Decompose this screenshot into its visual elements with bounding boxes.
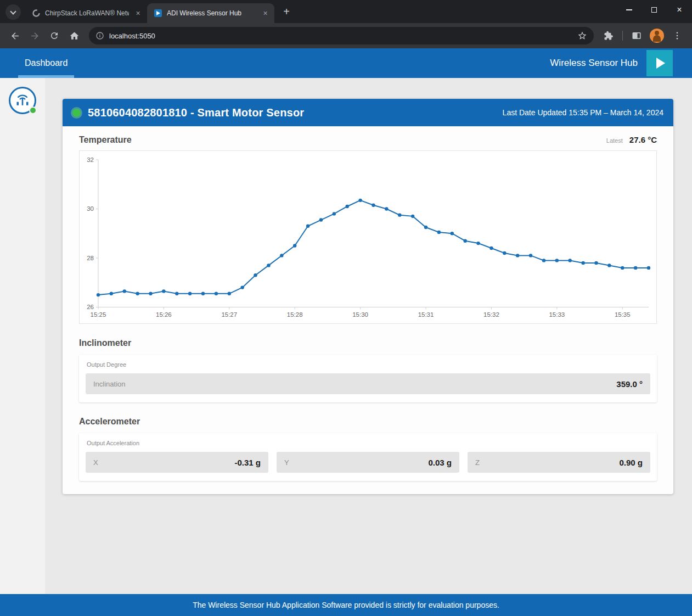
- address-bar[interactable]: localhost:5050: [89, 27, 594, 44]
- status-dot: [29, 107, 37, 114]
- browser-menu-button[interactable]: [668, 26, 687, 45]
- temperature-chart-container: 2628303215:2515:2615:2715:2815:3015:3115…: [79, 150, 657, 324]
- chevron-down-icon: [10, 8, 16, 14]
- svg-text:15:30: 15:30: [352, 311, 368, 318]
- close-icon[interactable]: ×: [261, 9, 270, 18]
- sensor-card-header: 5810604082801810 - Smart Motor Sensor La…: [63, 99, 673, 126]
- minimize-button[interactable]: [616, 0, 642, 20]
- tab-title: ChirpStack LoRaWAN® Networ: [45, 9, 129, 17]
- svg-text:32: 32: [87, 156, 94, 163]
- accel-x-value: -0.31 g: [234, 458, 261, 467]
- last-updated-text: Last Date Updated 15:35 PM – March 14, 2…: [503, 108, 663, 117]
- accel-y-value: 0.03 g: [428, 458, 452, 467]
- arrow-right-icon: [30, 31, 40, 41]
- profile-avatar[interactable]: [650, 29, 664, 43]
- maximize-button[interactable]: [642, 0, 667, 20]
- dashboard-active-indicator: [18, 75, 74, 78]
- latest-label: Latest: [606, 137, 623, 144]
- browser-window: ChirpStack LoRaWAN® Networ × ADI Wireles…: [0, 0, 692, 616]
- side-panel-button[interactable]: [627, 26, 646, 45]
- output-acceleration-label: Output Acceleration: [87, 440, 650, 446]
- accel-z-field: Z 0.90 g: [468, 452, 650, 473]
- accel-y-label: Y: [284, 458, 289, 467]
- latest-temperature-value: 27.6 °C: [629, 135, 657, 144]
- svg-text:15:25: 15:25: [91, 311, 106, 318]
- window-controls: ×: [616, 0, 692, 20]
- home-icon: [69, 31, 80, 41]
- chirpstack-favicon-icon: [32, 9, 41, 18]
- tab-strip: ChirpStack LoRaWAN® Networ × ADI Wireles…: [0, 0, 692, 23]
- svg-text:15:31: 15:31: [418, 311, 434, 318]
- sensor-card-body: Temperature Latest 27.6 °C 2628303215:25…: [63, 126, 673, 494]
- svg-text:15:27: 15:27: [221, 311, 237, 318]
- back-button[interactable]: [5, 26, 24, 45]
- svg-text:28: 28: [87, 255, 94, 261]
- temperature-section: Temperature Latest 27.6 °C 2628303215:25…: [79, 135, 657, 324]
- browser-toolbar: localhost:5050: [0, 23, 692, 48]
- refresh-icon: [49, 31, 59, 41]
- toolbar-divider: [622, 31, 623, 41]
- svg-text:15:35: 15:35: [615, 311, 631, 318]
- inclination-value: 359.0 °: [616, 379, 643, 389]
- app-title: Wireless Sensor Hub: [550, 58, 638, 69]
- arrow-left-icon: [10, 31, 20, 41]
- side-panel-icon: [632, 31, 642, 41]
- svg-text:26: 26: [87, 304, 94, 310]
- accel-x-label: X: [93, 458, 98, 467]
- minimize-icon: [626, 9, 632, 10]
- app-navbar: Dashboard Wireless Sensor Hub: [0, 48, 692, 78]
- tab-search-button[interactable]: [5, 4, 21, 20]
- inclination-label: Inclination: [93, 380, 126, 388]
- temperature-heading: Temperature: [79, 135, 132, 145]
- maximize-icon: [651, 7, 657, 13]
- close-icon: ×: [677, 5, 682, 14]
- inclinometer-section: Inclinometer Output Degree Inclination 3…: [79, 338, 657, 402]
- svg-text:15:33: 15:33: [549, 311, 565, 318]
- sidebar: [0, 78, 45, 594]
- main-panel: 5810604082801810 - Smart Motor Sensor La…: [45, 78, 692, 594]
- play-icon: [656, 58, 665, 69]
- tab-title: ADI Wireless Sensor Hub: [167, 9, 256, 17]
- adi-logo: [9, 87, 36, 114]
- output-degree-label: Output Degree: [87, 361, 650, 368]
- accelerometer-section: Accelerometer Output Acceleration X -0.3…: [79, 417, 657, 481]
- accel-z-label: Z: [475, 458, 480, 467]
- close-icon[interactable]: ×: [133, 9, 143, 18]
- new-tab-button[interactable]: +: [279, 4, 294, 19]
- svg-text:15:28: 15:28: [287, 311, 303, 318]
- temperature-line-chart: 2628303215:2515:2615:2715:2815:3015:3115…: [80, 151, 656, 323]
- online-status-icon: [72, 109, 81, 117]
- sensor-title: 5810604082801810 - Smart Motor Sensor: [88, 107, 304, 119]
- reload-button[interactable]: [45, 26, 64, 45]
- extensions-button[interactable]: [599, 26, 618, 45]
- evaluation-footer: The Wireless Sensor Hub Application Soft…: [0, 594, 692, 616]
- dashboard-label: Dashboard: [25, 58, 67, 68]
- svg-text:30: 30: [87, 205, 94, 212]
- tab-adi-wireless-sensor-hub[interactable]: ADI Wireless Sensor Hub ×: [147, 3, 274, 23]
- puzzle-icon: [604, 31, 614, 41]
- tab-chirpstack[interactable]: ChirpStack LoRaWAN® Networ ×: [25, 3, 147, 23]
- accelerometer-heading: Accelerometer: [79, 417, 140, 427]
- svg-text:15:32: 15:32: [483, 311, 499, 318]
- nav-tab-dashboard[interactable]: Dashboard: [18, 48, 74, 78]
- url-text[interactable]: localhost:5050: [109, 32, 577, 40]
- info-icon: [95, 31, 104, 40]
- inclinometer-heading: Inclinometer: [79, 338, 131, 348]
- svg-text:15:26: 15:26: [156, 311, 172, 318]
- content-area: 5810604082801810 - Smart Motor Sensor La…: [0, 78, 692, 594]
- accel-y-field: Y 0.03 g: [277, 452, 459, 473]
- adi-favicon-icon: [154, 9, 162, 18]
- accel-x-field: X -0.31 g: [86, 452, 268, 473]
- inclination-field: Inclination 359.0 °: [86, 373, 650, 394]
- bookmark-star-icon[interactable]: [577, 31, 587, 41]
- home-button[interactable]: [65, 26, 83, 45]
- play-button[interactable]: [646, 50, 673, 76]
- window-close-button[interactable]: ×: [667, 0, 692, 20]
- accelerometer-panel: Output Acceleration X -0.31 g Y 0.03 g: [79, 433, 657, 481]
- inclinometer-panel: Output Degree Inclination 359.0 °: [79, 355, 657, 402]
- accel-z-value: 0.90 g: [619, 458, 643, 467]
- sensor-card: 5810604082801810 - Smart Motor Sensor La…: [63, 99, 673, 494]
- forward-button[interactable]: [25, 26, 44, 45]
- kebab-menu-icon: [672, 31, 682, 41]
- footer-text: The Wireless Sensor Hub Application Soft…: [193, 601, 499, 609]
